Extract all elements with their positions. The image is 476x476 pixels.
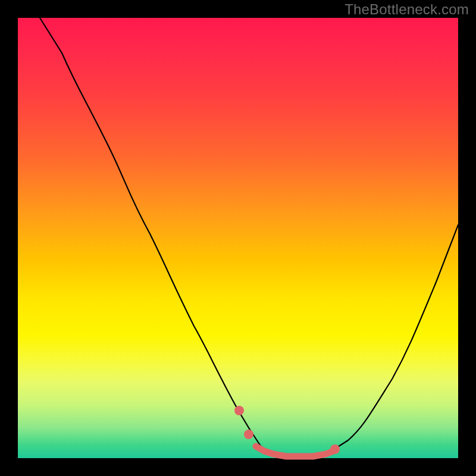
- bottleneck-curve: [40, 18, 458, 458]
- watermark-text: TheBottleneck.com: [345, 1, 469, 18]
- curve-svg: [18, 18, 458, 458]
- optimal-zone-highlight: [256, 446, 335, 456]
- highlight-dot: [244, 430, 253, 439]
- highlight-dot: [234, 406, 244, 415]
- chart-frame: TheBottleneck.com: [0, 0, 476, 476]
- highlight-dot: [330, 444, 340, 454]
- plot-area: [18, 18, 458, 458]
